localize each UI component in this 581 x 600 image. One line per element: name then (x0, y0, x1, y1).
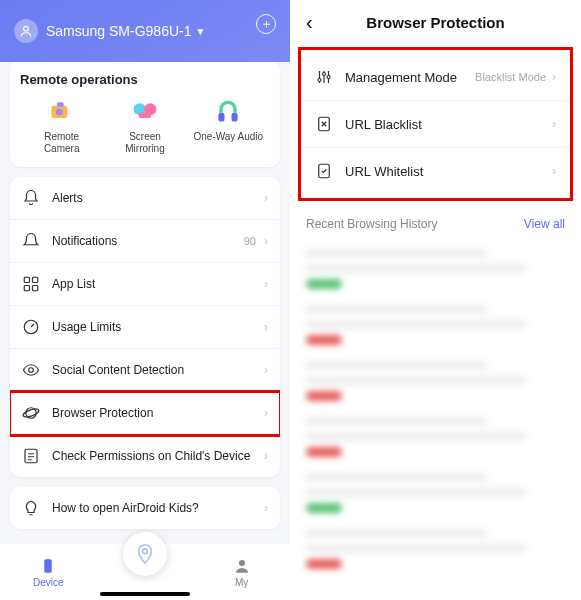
feature-badge: 90 (244, 235, 256, 247)
remote-operations-card: Remote operations RemoteCameraScreenMirr… (10, 60, 280, 167)
remote-item-label: ScreenMirroring (103, 131, 186, 155)
feature-notifications[interactable]: Notifications90› (10, 220, 280, 263)
chevron-right-icon: › (264, 191, 268, 205)
svg-rect-10 (33, 277, 38, 282)
svg-rect-6 (139, 113, 151, 118)
remote-remote-camera-icon[interactable]: RemoteCamera (20, 97, 103, 155)
svg-rect-12 (33, 286, 38, 291)
view-all-link[interactable]: View all (524, 217, 565, 231)
setting-url-whitelist[interactable]: URL Whitelist› (301, 148, 570, 194)
feature-alerts[interactable]: Alerts› (10, 177, 280, 220)
device-name[interactable]: Samsung SM-G986U-1 (46, 23, 192, 39)
feature-usage-limits[interactable]: Usage Limits› (10, 306, 280, 349)
whitelist-icon (315, 162, 333, 180)
chevron-down-icon[interactable]: ▼ (196, 26, 206, 37)
remote-operations-title: Remote operations (20, 72, 270, 87)
avatar-icon[interactable] (14, 19, 38, 43)
setting-label: Management Mode (345, 70, 475, 85)
history-title: Recent Browsing History (306, 217, 437, 231)
chevron-right-icon: › (264, 501, 268, 515)
help-label: How to open AirDroid Kids? (52, 501, 264, 515)
management-settings: Management ModeBlacklist Mode›URL Blackl… (298, 47, 573, 201)
add-device-button[interactable]: ＋ (256, 14, 276, 34)
svg-rect-9 (24, 277, 29, 282)
svg-point-0 (24, 26, 29, 31)
features-list: Alerts›Notifications90›App List›Usage Li… (10, 177, 280, 477)
svg-point-22 (323, 73, 326, 76)
remote-one-way-audio-icon[interactable]: One-Way Audio (187, 97, 270, 155)
feature-label: Notifications (52, 234, 244, 248)
chevron-right-icon: › (264, 277, 268, 291)
history-item[interactable] (302, 241, 569, 297)
feature-social-content-detection[interactable]: Social Content Detection› (10, 349, 280, 392)
feature-label: Alerts (52, 191, 264, 205)
feature-app-list[interactable]: App List› (10, 263, 280, 306)
nav-device[interactable]: Device (0, 557, 97, 588)
setting-management-mode[interactable]: Management ModeBlacklist Mode› (301, 54, 570, 101)
setting-url-blacklist[interactable]: URL Blacklist› (301, 101, 570, 148)
history-item[interactable] (302, 353, 569, 409)
svg-point-23 (327, 76, 330, 79)
history-item[interactable] (302, 465, 569, 521)
notification-icon (22, 232, 40, 250)
svg-point-20 (143, 549, 148, 554)
chevron-right-icon: › (264, 449, 268, 463)
checklist-icon (22, 447, 40, 465)
history-item[interactable] (302, 409, 569, 465)
screen-mirroring-icon (131, 97, 159, 125)
planet-icon (22, 404, 40, 422)
chevron-right-icon: › (552, 70, 556, 84)
svg-rect-11 (24, 286, 29, 291)
browser-protection-pane: ‹ Browser Protection Management ModeBlac… (290, 0, 581, 600)
device-header: Samsung SM-G986U-1 ▼ ＋ (0, 0, 290, 62)
svg-point-2 (56, 108, 63, 115)
feature-browser-protection[interactable]: Browser Protection› (10, 392, 280, 435)
nav-my-label: My (235, 577, 248, 588)
chevron-right-icon: › (264, 406, 268, 420)
svg-point-21 (318, 79, 321, 82)
nav-device-label: Device (33, 577, 64, 588)
eye-icon (22, 361, 40, 379)
feature-label: Social Content Detection (52, 363, 264, 377)
bell-icon (22, 189, 40, 207)
history-item[interactable] (302, 521, 569, 577)
svg-rect-3 (56, 102, 63, 106)
chevron-right-icon: › (264, 320, 268, 334)
remote-item-label: One-Way Audio (187, 131, 270, 143)
remote-operations-row: RemoteCameraScreenMirroringOne-Way Audio (20, 97, 270, 155)
svg-rect-17 (25, 449, 37, 463)
blacklist-icon (315, 115, 333, 133)
feature-check-permissions-on-child-s-device[interactable]: Check Permissions on Child's Device› (10, 435, 280, 477)
chevron-right-icon: › (264, 363, 268, 377)
history-item[interactable] (302, 297, 569, 353)
chevron-right-icon: › (264, 234, 268, 248)
help-row[interactable]: How to open AirDroid Kids?› (10, 487, 280, 529)
back-button[interactable]: ‹ (306, 11, 313, 34)
svg-rect-7 (219, 113, 225, 122)
remote-screen-mirroring-icon[interactable]: ScreenMirroring (103, 97, 186, 155)
lightbulb-icon (22, 499, 40, 517)
svg-point-16 (22, 407, 40, 418)
location-fab[interactable] (123, 532, 167, 576)
home-indicator (100, 592, 190, 596)
feature-label: Check Permissions on Child's Device (52, 449, 264, 463)
grid-icon (22, 275, 40, 293)
feature-label: Usage Limits (52, 320, 264, 334)
svg-rect-18 (45, 559, 53, 573)
svg-point-19 (239, 560, 245, 566)
chevron-right-icon: › (552, 164, 556, 178)
remote-camera-icon (48, 97, 76, 125)
remote-item-label: RemoteCamera (20, 131, 103, 155)
nav-my[interactable]: My (193, 557, 290, 588)
history-section-header: Recent Browsing History View all (290, 217, 581, 241)
gauge-icon (22, 318, 40, 336)
one-way-audio-icon (214, 97, 242, 125)
browser-protection-title: Browser Protection (306, 14, 565, 31)
setting-label: URL Whitelist (345, 164, 552, 179)
svg-point-14 (29, 368, 34, 373)
help-list: How to open AirDroid Kids?› (10, 487, 280, 529)
right-header: ‹ Browser Protection (290, 0, 581, 41)
feature-label: Browser Protection (52, 406, 264, 420)
setting-label: URL Blacklist (345, 117, 552, 132)
setting-value: Blacklist Mode (475, 71, 546, 83)
